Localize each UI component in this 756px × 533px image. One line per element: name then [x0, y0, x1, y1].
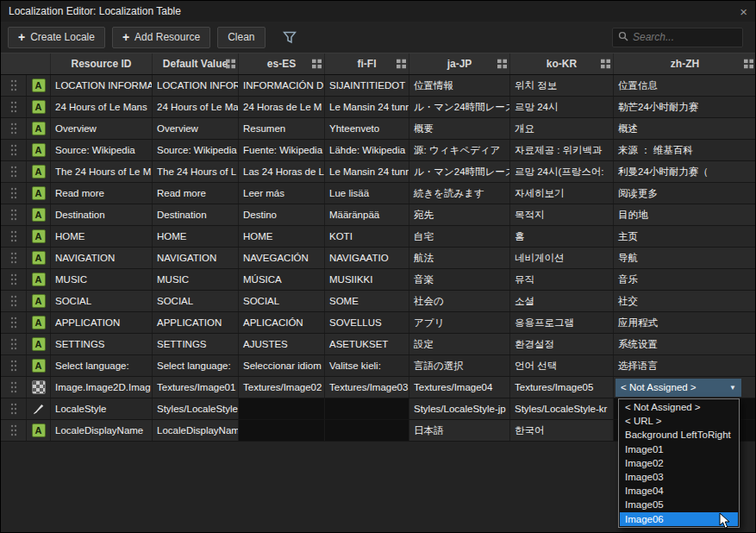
- resource-id-cell[interactable]: 24 Hours of Le Mans: [51, 97, 153, 117]
- value-cell[interactable]: MUSIIKKI: [325, 269, 409, 290]
- column-header-ko-kr[interactable]: ko-KR: [510, 53, 614, 74]
- resource-id-cell[interactable]: APPLICATION: [51, 312, 153, 333]
- value-cell[interactable]: 应用程式: [614, 312, 756, 333]
- value-cell[interactable]: SOCIAL: [153, 291, 239, 311]
- table-row[interactable]: Image.Image2D.ImagTextures/Image01Textur…: [1, 377, 755, 398]
- dropdown-option[interactable]: Image06: [620, 512, 738, 526]
- value-cell[interactable]: Fuente: Wikipedia: [239, 140, 325, 160]
- value-cell[interactable]: Valitse kieli:: [325, 355, 409, 376]
- dropdown-option[interactable]: Image02: [620, 456, 738, 470]
- resource-id-cell[interactable]: HOME: [51, 226, 153, 247]
- table-row[interactable]: ASource: WikipediaSource: WikipediaFuent…: [1, 140, 755, 161]
- resource-id-cell[interactable]: Read more: [51, 183, 153, 204]
- resource-id-cell[interactable]: Destination: [51, 204, 153, 225]
- table-row[interactable]: AOverviewOverviewResumenYhteenveto概要개요概述: [1, 118, 755, 140]
- value-cell[interactable]: SIJAINTITIEDOT: [325, 75, 409, 96]
- value-cell[interactable]: LocaleDisplayNam: [153, 420, 239, 441]
- drag-handle-icon[interactable]: [1, 334, 27, 354]
- dropdown-option[interactable]: Image05: [620, 498, 738, 511]
- dropdown-option[interactable]: < URL >: [620, 414, 738, 428]
- value-cell[interactable]: 社交: [614, 291, 756, 311]
- value-cell[interactable]: 自宅: [409, 226, 510, 247]
- value-cell[interactable]: SOCIAL: [239, 291, 325, 311]
- drag-handle-icon[interactable]: [1, 377, 27, 398]
- value-cell[interactable]: Yhteenveto: [325, 118, 409, 139]
- table-row[interactable]: ASETTINGSSETTINGSAJUSTESASETUKSET設定환경설정系…: [1, 334, 755, 355]
- dropdown-option[interactable]: Image03: [620, 470, 738, 484]
- column-header-es-es[interactable]: es-ES: [239, 53, 325, 74]
- value-cell[interactable]: Las 24 Horas de L: [239, 161, 325, 182]
- value-cell[interactable]: 한국어: [510, 420, 614, 441]
- value-cell[interactable]: SOVELLUS: [325, 312, 409, 333]
- value-cell[interactable]: 자세히보기: [510, 183, 614, 204]
- value-cell[interactable]: APLICACIÓN: [239, 312, 325, 333]
- value-cell[interactable]: Määränpää: [325, 204, 409, 225]
- resource-id-cell[interactable]: NAVIGATION: [51, 248, 153, 268]
- value-cell[interactable]: Le Mansin 24 tunn: [325, 161, 409, 182]
- drag-handle-icon[interactable]: [1, 312, 27, 333]
- value-cell[interactable]: Leer más: [239, 183, 325, 204]
- value-cell[interactable]: [325, 420, 409, 441]
- value-cell[interactable]: HOME: [239, 226, 325, 247]
- search-input[interactable]: [633, 31, 737, 43]
- value-cell[interactable]: HOME: [153, 226, 239, 247]
- drag-handle-icon[interactable]: [1, 355, 27, 376]
- value-cell[interactable]: Textures/Image02: [239, 377, 325, 398]
- value-cell[interactable]: 언어 선택: [510, 355, 614, 376]
- value-cell[interactable]: 勒芒24小时耐力赛: [614, 97, 756, 117]
- value-cell[interactable]: Styles/LocaleStyle: [153, 398, 239, 419]
- value-cell[interactable]: 概要: [409, 118, 510, 139]
- value-cell[interactable]: 환경설정: [510, 334, 614, 354]
- drag-handle-icon[interactable]: [1, 183, 27, 204]
- value-cell[interactable]: APPLICATION: [153, 312, 239, 333]
- value-cell[interactable]: KOTI: [325, 226, 409, 247]
- value-cell[interactable]: Read more: [153, 183, 239, 204]
- column-header-resource-id[interactable]: Resource ID: [51, 53, 153, 74]
- value-cell[interactable]: 네비게이션: [510, 248, 614, 268]
- value-cell[interactable]: 位置情報: [409, 75, 510, 96]
- resource-id-cell[interactable]: SOCIAL: [51, 291, 153, 311]
- column-header-fi-fi[interactable]: fi-FI: [325, 53, 409, 74]
- value-cell[interactable]: 設定: [409, 334, 510, 354]
- value-cell[interactable]: [239, 398, 325, 419]
- value-cell[interactable]: 阅读更多: [614, 183, 756, 204]
- value-cell[interactable]: 概述: [614, 118, 756, 139]
- table-row[interactable]: AAPPLICATIONAPPLICATIONAPLICACIÓNSOVELLU…: [1, 312, 755, 334]
- dropdown-option[interactable]: < Not Assigned >: [620, 400, 738, 414]
- drag-handle-icon[interactable]: [1, 291, 27, 311]
- value-cell[interactable]: 홈: [510, 226, 614, 247]
- value-cell[interactable]: 利曼24小时耐力赛（: [614, 161, 756, 182]
- table-row[interactable]: A24 Hours of Le Mans24 Hours of Le Ma24 …: [1, 97, 755, 118]
- value-cell[interactable]: 뮤직: [510, 269, 614, 290]
- value-cell[interactable]: 日本語: [409, 420, 510, 441]
- dropdown-option[interactable]: Background LeftToRight: [620, 428, 738, 442]
- value-cell[interactable]: ル・マン24時間レース（: [409, 161, 510, 182]
- value-cell[interactable]: Styles/LocaleStyle-kr: [510, 398, 614, 419]
- table-row[interactable]: AMUSICMUSICMÚSICAMUSIIKKI音楽뮤직音乐: [1, 269, 755, 291]
- drag-handle-icon[interactable]: [1, 118, 27, 139]
- value-cell[interactable]: [239, 420, 325, 441]
- value-cell[interactable]: 音乐: [614, 269, 756, 290]
- drag-handle-icon[interactable]: [1, 75, 27, 96]
- filter-icon[interactable]: [283, 31, 297, 44]
- clean-button[interactable]: Clean: [217, 27, 265, 48]
- resource-id-cell[interactable]: The 24 Hours of Le M: [51, 161, 153, 182]
- drag-handle-icon[interactable]: [1, 226, 27, 247]
- table-row[interactable]: ASelect language:Select language:Selecci…: [1, 355, 755, 377]
- drag-handle-icon[interactable]: [1, 248, 27, 268]
- value-cell[interactable]: 航法: [409, 248, 510, 268]
- create-locale-button[interactable]: + Create Locale: [8, 27, 105, 48]
- resource-id-cell[interactable]: MUSIC: [51, 269, 153, 290]
- value-cell[interactable]: 言語の選択: [409, 355, 510, 376]
- table-row[interactable]: ANAVIGATIONNAVIGATIONNAVEGACIÓNNAVIGAATI…: [1, 248, 755, 269]
- value-cell[interactable]: NAVIGATION: [153, 248, 239, 268]
- value-cell[interactable]: 르망 24시(프랑스어:: [510, 161, 614, 182]
- table-row[interactable]: ADestinationDestinationDestinoMääränpää宛…: [1, 204, 755, 226]
- drag-handle-icon[interactable]: [1, 420, 27, 441]
- value-cell[interactable]: NAVIGAATIO: [325, 248, 409, 268]
- resource-id-cell[interactable]: Select language:: [51, 355, 153, 376]
- drag-handle-icon[interactable]: [1, 269, 27, 290]
- value-cell[interactable]: 자료제공 : 위키백과: [510, 140, 614, 160]
- value-cell[interactable]: SETTINGS: [153, 334, 239, 354]
- value-cell[interactable]: MUSIC: [153, 269, 239, 290]
